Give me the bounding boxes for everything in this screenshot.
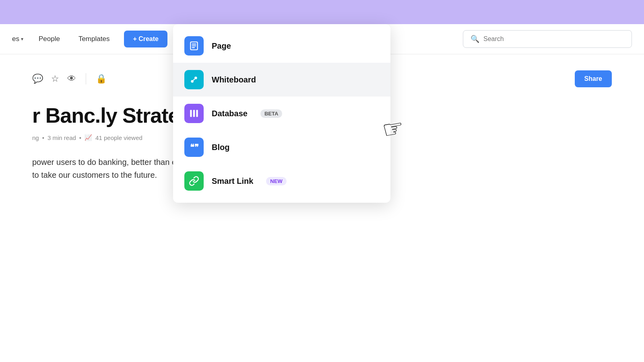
share-button[interactable]: Share (575, 70, 612, 87)
meta-views: 41 people viewed (95, 134, 142, 141)
search-icon: 🔍 (471, 35, 479, 43)
svg-rect-8 (193, 110, 195, 117)
smartlink-label: Smart Link (212, 177, 253, 186)
database-icon (184, 104, 204, 123)
create-dropdown: Page Whiteboard Database BETA ❝❞ Blog Sm… (173, 24, 390, 203)
svg-text:❝❞: ❝❞ (190, 143, 199, 152)
beta-badge: BETA (260, 109, 282, 118)
svg-point-4 (191, 80, 194, 83)
blog-label: Blog (212, 143, 229, 152)
dropdown-item-page[interactable]: Page (173, 29, 390, 63)
database-label: Database (212, 109, 248, 118)
svg-rect-9 (196, 110, 198, 117)
smartlink-icon (184, 171, 204, 191)
whiteboard-icon (184, 70, 204, 89)
spaces-nav[interactable]: es ▾ (12, 35, 23, 43)
new-badge: NEW (266, 177, 286, 185)
dropdown-item-database[interactable]: Database BETA (173, 97, 390, 130)
comment-icon[interactable]: 💬 (32, 74, 43, 84)
svg-line-6 (193, 79, 194, 80)
dropdown-item-blog[interactable]: ❝❞ Blog (173, 130, 390, 164)
svg-point-5 (194, 76, 197, 79)
page-icon (184, 36, 204, 56)
create-button[interactable]: + Create (124, 31, 167, 47)
people-nav-link[interactable]: People (31, 32, 67, 46)
meta-author: ng (32, 134, 39, 141)
star-icon[interactable]: ☆ (51, 74, 59, 84)
spaces-label: es (12, 35, 19, 43)
search-input[interactable] (483, 35, 624, 43)
page-label: Page (212, 41, 231, 51)
meta-read: 3 min read (47, 134, 76, 141)
trend-icon: 📈 (85, 134, 92, 141)
body-line-2: to take our customers to the future. (32, 171, 157, 179)
blog-icon: ❝❞ (184, 138, 204, 157)
lock-icon[interactable]: 🔒 (96, 74, 107, 84)
search-box[interactable]: 🔍 (463, 30, 632, 48)
toolbar-divider (86, 73, 86, 84)
top-banner (0, 0, 644, 24)
whiteboard-label: Whiteboard (212, 75, 256, 84)
templates-nav-link[interactable]: Templates (71, 32, 117, 46)
chevron-down-icon: ▾ (21, 36, 23, 42)
eye-icon[interactable]: 👁 (67, 74, 76, 84)
dropdown-item-whiteboard[interactable]: Whiteboard (173, 63, 390, 97)
dropdown-item-smartlink[interactable]: Smart Link NEW (173, 164, 390, 198)
svg-rect-7 (190, 110, 192, 117)
